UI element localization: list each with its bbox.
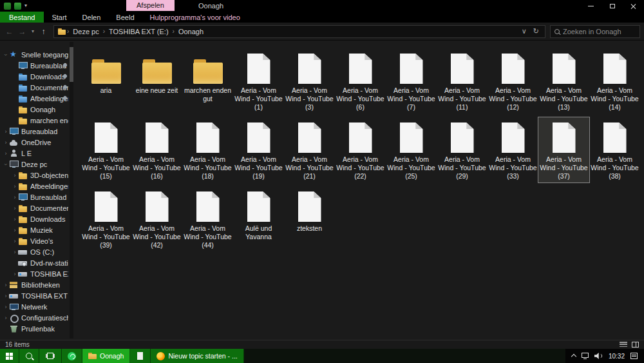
sidebar-item-3d-objecten[interactable]: ›3D-objecten — [0, 170, 74, 181]
taskbar-button-notepad[interactable] — [130, 349, 151, 363]
sidebar-item-netwerk[interactable]: ›Netwerk — [0, 301, 74, 312]
expander-chevron-icon[interactable]: › — [12, 172, 18, 179]
volume-icon[interactable] — [594, 353, 603, 359]
search-input[interactable] — [563, 28, 636, 35]
details-view-icon[interactable] — [620, 342, 627, 348]
file-item[interactable]: Aeria - VomWind - YouTube(22) — [335, 117, 386, 182]
expander-chevron-icon[interactable]: › — [12, 238, 18, 244]
refresh-icon[interactable]: ↻ — [533, 27, 539, 35]
large-icons-view-icon[interactable] — [632, 342, 639, 348]
expander-chevron-icon[interactable]: › — [12, 194, 18, 201]
network-icon[interactable] — [582, 353, 589, 358]
sidebar-item-muziek[interactable]: ›Muziek — [0, 224, 74, 235]
folder-item[interactable]: eine neue zeit — [131, 48, 182, 113]
file-item[interactable]: Aulë undYavanna — [233, 186, 284, 251]
file-item[interactable]: Aeria - VomWind - YouTube(3) — [284, 48, 335, 113]
sidebar-item-afbeeldingen[interactable]: ›Afbeeldingen — [0, 181, 74, 191]
sidebar-item-bureaublad[interactable]: ›Bureaublad — [0, 191, 74, 202]
file-item[interactable]: Aeria - VomWind - YouTube(16) — [131, 117, 182, 182]
file-item[interactable]: zteksten — [284, 186, 335, 251]
sidebar-item-dvd-rw-station[interactable]: Dvd-rw-station — [0, 257, 74, 268]
sidebar-item-documenten[interactable]: Documenten — [0, 82, 74, 93]
up-icon[interactable]: ↑ — [38, 27, 49, 36]
expander-chevron-icon[interactable]: › — [3, 128, 9, 135]
breadcrumb[interactable]: ›Deze pc›TOSHIBA EXT (E:)›Oonagh ∨ ↻ — [53, 25, 545, 38]
sidebar-item-documenten[interactable]: ›Documenten — [0, 202, 74, 213]
sidebar-item-bureaublad[interactable]: Bureaublad — [0, 60, 74, 71]
sidebar-item-deze-pc[interactable]: ›Deze pc — [0, 159, 74, 170]
taskbar-button-firefox[interactable]: Nieuw topic starten - ... — [151, 349, 243, 363]
tab-hulpprogramma-s-voor-video[interactable]: Hulpprogramma's voor video — [142, 12, 248, 23]
folder-item[interactable]: aria — [80, 48, 131, 113]
file-item[interactable]: Aeria - VomWind - YouTube(39) — [80, 186, 131, 251]
clock[interactable]: 10:32 — [609, 353, 625, 360]
expander-chevron-icon[interactable]: › — [12, 183, 18, 190]
expander-chevron-icon[interactable]: › — [3, 282, 9, 288]
sidebar-item-downloads[interactable]: ›Downloads — [0, 213, 74, 224]
breadcrumb-segment[interactable]: Oonagh — [175, 28, 207, 35]
sidebar-item-bureaublad[interactable]: ›Bureaublad — [0, 126, 74, 137]
qat-customize-caret-icon[interactable]: ▾ — [24, 3, 27, 9]
file-item[interactable]: Aeria - VomWind - YouTube(37) — [538, 117, 589, 182]
tab-start[interactable]: Start — [44, 12, 74, 23]
tab-beeld[interactable]: Beeld — [108, 12, 142, 23]
search-box[interactable] — [550, 25, 640, 38]
file-item[interactable]: Aeria - VomWind - YouTube(25) — [386, 117, 437, 182]
close-button[interactable] — [623, 0, 644, 12]
sidebar-item-toshiba-ext-e-[interactable]: ›TOSHIBA EXT (E:) — [0, 268, 74, 279]
sidebar-item-os-c-[interactable]: ›OS (C:) — [0, 246, 74, 257]
contextual-tab-group-header[interactable]: Afspelen — [126, 0, 175, 11]
sidebar-scrollbar-thumb[interactable] — [70, 47, 73, 82]
file-item[interactable]: Aeria - VomWind - YouTube(38) — [589, 117, 640, 182]
sidebar-item-onedrive[interactable]: ›OneDrive — [0, 137, 74, 148]
file-item[interactable]: Aeria - VomWind - YouTube(44) — [182, 186, 233, 251]
sidebar-item-toshiba-ext-e-[interactable]: ›TOSHIBA EXT (E:) — [0, 290, 74, 301]
expander-chevron-icon[interactable]: › — [3, 293, 9, 299]
breadcrumb-segment[interactable]: TOSHIBA EXT (E:) — [106, 28, 172, 35]
expander-chevron-icon[interactable]: › — [3, 161, 9, 168]
sidebar-item-marchen-enden[interactable]: marchen enden — [0, 115, 74, 126]
tray-chevron-up-icon[interactable] — [571, 354, 576, 359]
back-icon[interactable]: ← — [4, 27, 15, 36]
sidebar-item-snelle-toegang[interactable]: ›Snelle toegang — [0, 49, 74, 60]
sidebar-item-downloads[interactable]: Downloads — [0, 71, 74, 82]
expander-chevron-icon[interactable]: › — [12, 249, 18, 255]
tab-bestand[interactable]: Bestand — [0, 12, 44, 23]
sidebar-item-bibliotheken[interactable]: ›Bibliotheken — [0, 279, 74, 290]
expander-chevron-icon[interactable]: › — [3, 139, 9, 146]
file-item[interactable]: Aeria - VomWind - YouTube(6) — [335, 48, 386, 113]
taskbar-button-search[interactable] — [19, 349, 39, 363]
minimize-button[interactable] — [580, 0, 601, 12]
taskbar-button-task-view[interactable] — [39, 349, 62, 363]
file-item[interactable]: Aeria - VomWind - YouTube(29) — [437, 117, 488, 182]
expander-chevron-icon[interactable]: › — [12, 205, 18, 211]
expander-chevron-icon[interactable]: › — [12, 216, 18, 222]
address-dropdown-icon[interactable]: ∨ — [522, 27, 527, 35]
expander-chevron-icon[interactable]: › — [3, 52, 9, 58]
file-item[interactable]: Aeria - VomWind - YouTube(12) — [488, 48, 538, 113]
taskbar-button-start[interactable] — [0, 349, 19, 363]
file-item[interactable]: Aeria - VomWind - YouTube(42) — [131, 186, 182, 251]
file-item[interactable]: Aeria - VomWind - YouTube(18) — [182, 117, 233, 182]
file-item[interactable]: Aeria - VomWind - YouTube(19) — [233, 117, 284, 182]
recent-locations-caret-icon[interactable]: ▾ — [30, 28, 36, 34]
file-item[interactable]: Aeria - VomWind - YouTube(21) — [284, 117, 335, 182]
sidebar-item-prullenbak[interactable]: Prullenbak — [0, 323, 74, 334]
file-item[interactable]: Aeria - VomWind - YouTube(11) — [437, 48, 488, 113]
expander-chevron-icon[interactable]: › — [3, 150, 9, 157]
sidebar-item-configuratiescherm[interactable]: ›Configuratiescherm — [0, 312, 74, 323]
taskbar-button-whatsapp[interactable] — [62, 349, 82, 363]
folder-item[interactable]: marchen endengut — [182, 48, 233, 113]
expander-chevron-icon[interactable]: › — [3, 304, 9, 310]
file-item[interactable]: Aeria - VomWind - YouTube(15) — [80, 117, 131, 182]
sidebar-item-l-e[interactable]: ›L E — [0, 148, 74, 159]
file-item[interactable]: Aeria - VomWind - YouTube(7) — [386, 48, 437, 113]
expander-chevron-icon[interactable]: › — [3, 315, 9, 321]
expander-chevron-icon[interactable]: › — [12, 227, 18, 233]
breadcrumb-segment[interactable]: Deze pc — [70, 28, 102, 35]
file-item[interactable]: Aeria - VomWind - YouTube(13) — [538, 48, 589, 113]
sidebar-item-video-s[interactable]: ›Video's — [0, 235, 74, 246]
expander-chevron-icon[interactable]: › — [12, 271, 18, 277]
tab-delen[interactable]: Delen — [75, 12, 109, 23]
forward-icon[interactable]: → — [17, 27, 28, 36]
